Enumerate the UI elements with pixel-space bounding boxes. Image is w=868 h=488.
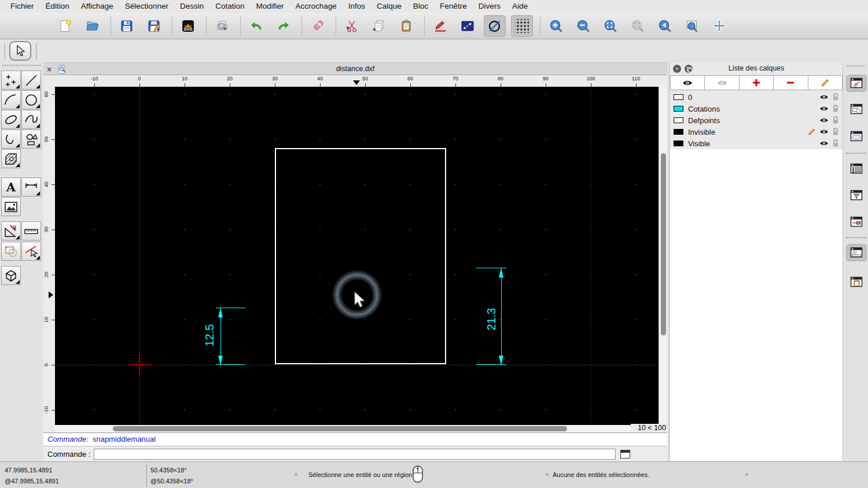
command-dock-button[interactable] <box>620 450 630 459</box>
selection-tool-button[interactable] <box>9 41 31 61</box>
line-tool-button[interactable] <box>21 71 41 90</box>
layer-lock-icon[interactable] <box>832 128 839 136</box>
hatch-tool-button[interactable] <box>1 149 21 168</box>
vertical-scrollbar[interactable] <box>659 87 667 425</box>
dock-drag-handle[interactable] <box>847 65 865 66</box>
menu-se-lectionner[interactable]: Sélectionner <box>119 0 174 13</box>
text-tool-button[interactable]: A <box>1 178 21 197</box>
edit-layer-button[interactable] <box>808 76 842 90</box>
new-file-button[interactable] <box>54 15 76 37</box>
layer-row-defpoints[interactable]: Defpoints <box>670 114 843 126</box>
deselect-tool-button[interactable] <box>21 242 41 261</box>
layer-row-0[interactable]: 0 <box>670 91 843 103</box>
copy-button[interactable] <box>368 15 390 37</box>
menu-accrochage[interactable]: Accrochage <box>289 0 342 13</box>
zoom-auto-button[interactable] <box>599 15 621 37</box>
menu-aide[interactable]: Aide <box>506 0 534 13</box>
menu-divers[interactable]: Divers <box>473 0 506 13</box>
redo-button[interactable] <box>273 15 295 37</box>
rectangle-entity[interactable] <box>275 148 446 364</box>
zoom-out-button[interactable] <box>572 15 594 37</box>
toggle-pen-palette-button[interactable] <box>848 213 865 231</box>
layer-color-swatch[interactable] <box>674 94 683 100</box>
cut-button[interactable] <box>341 15 363 37</box>
toggle-clipboard-panel-button[interactable] <box>848 273 865 291</box>
palette-drag-handle[interactable] <box>2 65 41 66</box>
layer-color-swatch[interactable] <box>674 129 683 135</box>
zoom-selection-button[interactable] <box>627 15 649 37</box>
layer-lock-icon[interactable] <box>832 105 839 113</box>
menu-cotation[interactable]: Cotation <box>209 0 250 13</box>
menu-calque[interactable]: Calque <box>371 0 407 13</box>
toggle-filter-button[interactable] <box>848 187 865 204</box>
zoom-in-button[interactable] <box>545 15 567 37</box>
vertical-scrollbar-thumb[interactable] <box>661 153 666 335</box>
delete-button[interactable] <box>307 15 329 37</box>
zoom-previous-button[interactable] <box>654 15 676 37</box>
layer-visibility-eye-icon[interactable] <box>819 105 829 112</box>
pan-button[interactable] <box>708 15 730 37</box>
horizontal-scrollbar[interactable] <box>55 425 631 432</box>
menu-modifier[interactable]: Modifier <box>250 0 289 13</box>
horizontal-scrollbar-thumb[interactable] <box>113 426 567 431</box>
layer-row-visible[interactable]: Visible <box>670 138 843 149</box>
print-preview-button[interactable] <box>211 15 233 37</box>
order-tool-button[interactable] <box>1 242 21 261</box>
menu-fichier[interactable]: Fichier <box>5 0 40 13</box>
toggle-library-browser-button[interactable] <box>848 128 865 145</box>
layer-visibility-eye-icon[interactable] <box>819 117 829 124</box>
points-tool-button[interactable] <box>1 71 21 90</box>
layer-color-swatch[interactable] <box>674 117 683 123</box>
menu-bloc[interactable]: Bloc <box>407 0 434 13</box>
circle-line-tool-button[interactable] <box>484 15 506 37</box>
command-input[interactable] <box>94 449 616 460</box>
toggle-entity-list-button[interactable] <box>848 160 865 178</box>
show-all-layers-button[interactable] <box>671 76 705 90</box>
toolbar-drag-handle[interactable] <box>4 44 5 59</box>
layer-row-cotations[interactable]: Cotations <box>670 103 843 114</box>
toggle-block-list-button[interactable] <box>848 101 865 118</box>
layer-visibility-eye-icon[interactable] <box>819 94 829 101</box>
zoom-window-button[interactable] <box>681 15 703 37</box>
dimension-line[interactable] <box>501 268 502 365</box>
drawing-canvas[interactable]: 12.5 21.3 <box>55 87 659 425</box>
dimension-tool-button[interactable] <box>21 178 41 197</box>
layer-color-swatch[interactable] <box>674 106 683 112</box>
spline-tool-button[interactable] <box>21 110 41 129</box>
hide-all-layers-button[interactable] <box>705 76 739 90</box>
ellipse-tool-button[interactable] <box>1 110 21 129</box>
menu-dessin[interactable]: Dessin <box>174 0 209 13</box>
snap-grid-button[interactable] <box>511 15 533 37</box>
polyline-tool-button[interactable] <box>1 130 21 149</box>
menu-affichage[interactable]: Affichage <box>75 0 119 13</box>
layer-visibility-eye-icon[interactable] <box>819 128 829 135</box>
image-tool-button[interactable] <box>1 197 21 216</box>
menu-e-dition[interactable]: Édition <box>40 0 75 13</box>
layer-lock-icon[interactable] <box>832 116 839 124</box>
measure-tool-button[interactable] <box>21 221 41 241</box>
circle-tool-button[interactable] <box>21 90 41 109</box>
open-file-button[interactable] <box>82 15 104 37</box>
layer-row-invisible[interactable]: Invisible <box>670 126 843 138</box>
layer-color-swatch[interactable] <box>674 141 683 146</box>
layer-visibility-eye-icon[interactable] <box>819 140 829 147</box>
export-svg-button[interactable]: SVG <box>177 15 199 37</box>
toggle-layer-list-button[interactable] <box>846 75 867 92</box>
3d-box-tool-button[interactable] <box>1 266 21 285</box>
undo-button[interactable] <box>245 15 267 37</box>
distance-tool-button[interactable] <box>457 15 479 37</box>
menu-fene-tre[interactable]: Fenêtre <box>434 0 473 13</box>
polygon-tool-button[interactable] <box>21 130 41 149</box>
menu-infos[interactable]: Infos <box>343 0 371 13</box>
remove-layer-button[interactable] <box>774 76 808 90</box>
dimension-value[interactable]: 21.3 <box>485 299 498 339</box>
layer-lock-icon[interactable] <box>832 93 839 101</box>
dimension-value[interactable]: 12.5 <box>203 318 216 353</box>
pen-attributes-button[interactable] <box>429 15 451 37</box>
arc-tool-button[interactable] <box>1 90 21 109</box>
modify-tools-button[interactable] <box>1 221 21 241</box>
add-layer-button[interactable] <box>740 76 774 90</box>
layer-lock-icon[interactable] <box>832 139 839 147</box>
toolbar-drag-handle[interactable] <box>36 44 37 59</box>
save-button[interactable] <box>116 15 138 37</box>
